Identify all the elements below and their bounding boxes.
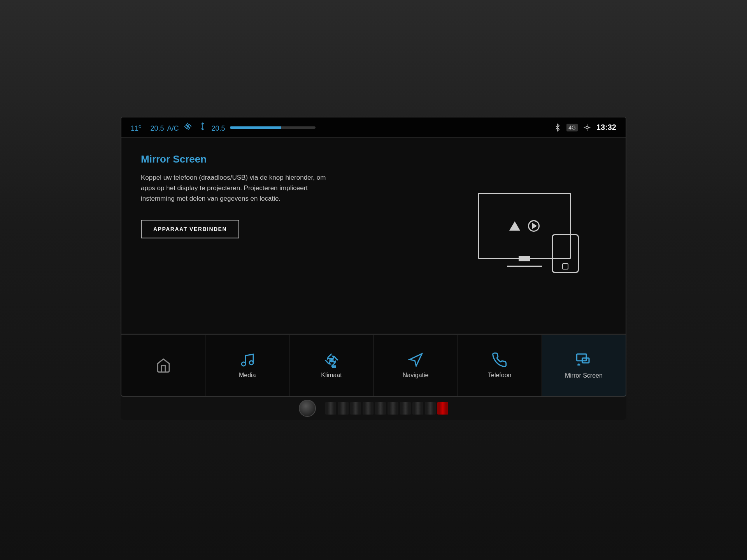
- vent-7: [400, 402, 411, 415]
- screen-unit: 11c 20.5 A/C: [121, 117, 626, 420]
- nav-item-navigatie[interactable]: Navigatie: [374, 335, 458, 396]
- vent-5: [375, 402, 386, 415]
- nav-item-home[interactable]: [121, 335, 205, 396]
- vent-9: [425, 402, 436, 415]
- vent-8: [412, 402, 423, 415]
- bottom-nav: Media Klimaat: [121, 334, 626, 397]
- vent-4: [363, 402, 374, 415]
- mirror-description: Koppel uw telefoon (draadloos/USB) via d…: [141, 172, 328, 204]
- navigation-icon: [408, 352, 423, 368]
- gps-icon: [583, 124, 591, 131]
- monitor-base: [507, 266, 542, 267]
- mirror-screen-icon: [575, 352, 592, 368]
- right-content: [458, 153, 606, 318]
- signal-4g: 4G: [566, 124, 578, 131]
- vent-red: [437, 402, 448, 415]
- status-right: 4G 13:32: [554, 123, 616, 132]
- phone-frame: [552, 234, 579, 273]
- climate-info: 11c 20.5 A/C: [131, 122, 225, 133]
- carplay-triangle: [509, 221, 520, 231]
- climate-icon: [324, 352, 339, 368]
- connect-device-button[interactable]: APPARAAT VERBINDEN: [141, 220, 239, 238]
- vent-2: [338, 402, 349, 415]
- music-icon: [240, 352, 255, 368]
- status-bar: 11c 20.5 A/C: [121, 117, 626, 138]
- temperature: 11c: [131, 123, 141, 133]
- svg-marker-13: [410, 354, 422, 366]
- nav-item-media[interactable]: Media: [205, 335, 289, 396]
- svg-point-7: [242, 362, 245, 366]
- control-knob[interactable]: [299, 400, 316, 417]
- svg-rect-14: [577, 354, 587, 361]
- vent-3: [350, 402, 361, 415]
- ac-label: A/C: [167, 124, 179, 133]
- svg-point-2: [586, 126, 589, 129]
- fan-icon: [184, 122, 192, 131]
- media-label: Media: [239, 372, 256, 379]
- nav-item-telefoon[interactable]: Telefoon: [458, 335, 542, 396]
- fan-temp: 20.5: [212, 124, 225, 133]
- bluetooth-icon: [554, 123, 561, 132]
- phone-icon: [492, 352, 507, 368]
- nav-item-klimaat[interactable]: Klimaat: [289, 335, 374, 396]
- car-dashboard: 11c 20.5 A/C: [0, 0, 747, 560]
- ac-temp: 20.5: [151, 124, 164, 133]
- navigatie-label: Navigatie: [403, 372, 429, 379]
- carplay-logo: [509, 221, 520, 231]
- nav-item-mirror-screen[interactable]: Mirror Screen: [542, 335, 626, 396]
- main-display: 11c 20.5 A/C: [121, 117, 626, 334]
- temp-arrows-icon: [198, 122, 207, 131]
- home-icon: [156, 358, 171, 373]
- vent-6: [388, 402, 398, 415]
- carplay-play-circle: [528, 220, 540, 232]
- mirror-screen-label: Mirror Screen: [565, 372, 603, 379]
- svg-point-8: [249, 360, 253, 364]
- climate-bar: [230, 126, 316, 129]
- vent-1: [325, 402, 336, 415]
- play-triangle-icon: [532, 223, 537, 229]
- bottom-bezel: [121, 397, 626, 420]
- telefoon-label: Telefoon: [488, 372, 512, 379]
- clock: 13:32: [596, 123, 616, 132]
- left-content: Mirror Screen Koppel uw telefoon (draadl…: [141, 153, 458, 318]
- mirror-screen-illustration: [478, 193, 587, 278]
- content-area: Mirror Screen Koppel uw telefoon (draadl…: [121, 138, 626, 334]
- monitor-stand: [519, 256, 530, 261]
- phone-home-button: [562, 263, 568, 270]
- page-title: Mirror Screen: [141, 153, 443, 165]
- klimaat-label: Klimaat: [321, 372, 342, 379]
